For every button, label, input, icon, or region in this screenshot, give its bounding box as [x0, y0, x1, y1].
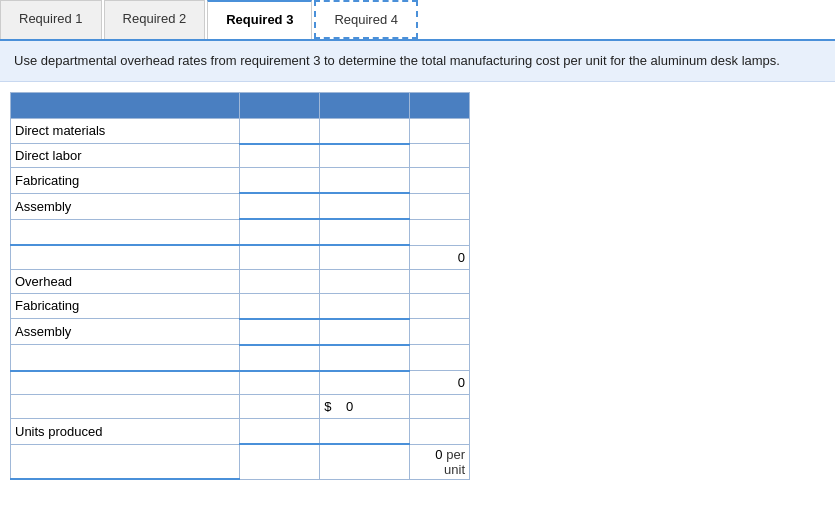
subtotal-1-mid [240, 245, 320, 269]
tab-required4[interactable]: Required 4 [314, 0, 418, 39]
row-label-assembly-oh: Assembly [11, 319, 240, 345]
cell-fab-oh-2[interactable] [320, 293, 410, 319]
cost-table: Direct materials Direct labor Fabricatin… [10, 92, 470, 481]
per-unit-label: per unit [444, 447, 465, 477]
cell-units-2[interactable] [320, 419, 410, 445]
row-label-fabricating-dl: Fabricating [11, 168, 240, 194]
input-asm-oh-2[interactable] [324, 322, 405, 342]
input-extra-1-val1[interactable] [244, 222, 315, 242]
input-extra-1-val2[interactable] [324, 222, 405, 242]
cell-oh-1 [240, 269, 320, 293]
table-row: Units produced [11, 419, 470, 445]
input-asm-oh-1[interactable] [244, 322, 315, 342]
input-units-2[interactable] [324, 421, 405, 441]
cell-fab-dl-total [410, 168, 470, 194]
input-dm-2[interactable] [324, 121, 405, 141]
per-unit-row: 0 per unit [11, 444, 470, 479]
tab-required3[interactable]: Required 3 [207, 0, 312, 39]
input-fab-oh-2[interactable] [324, 296, 405, 316]
input-units-1[interactable] [244, 421, 315, 441]
input-extra-2-label[interactable] [15, 347, 235, 367]
cell-dl-2 [320, 144, 410, 168]
per-unit-number: 0 [435, 447, 442, 462]
total-label [11, 395, 240, 419]
cell-oh-2 [320, 269, 410, 293]
table-row: Overhead [11, 269, 470, 293]
cell-asm-dl-total [410, 193, 470, 219]
subtotal-row-1: 0 [11, 245, 470, 269]
per-unit-mid2 [320, 444, 410, 479]
per-unit-mid [240, 444, 320, 479]
table-row: Assembly [11, 319, 470, 345]
col-header-1 [240, 92, 320, 118]
cell-extra-2-val1[interactable] [240, 345, 320, 371]
cell-asm-oh-2[interactable] [320, 319, 410, 345]
per-unit-label-cell[interactable] [11, 444, 240, 479]
cell-oh-total [410, 269, 470, 293]
input-per-unit-label[interactable] [15, 451, 235, 471]
total-dollar-cell: $ 0 [320, 395, 410, 419]
cell-asm-dl-2[interactable] [320, 193, 410, 219]
input-extra-2-val1[interactable] [244, 348, 315, 368]
subtotal-2-label [11, 371, 240, 395]
input-fab-dl-2[interactable] [324, 170, 405, 190]
input-asm-dl-1[interactable] [244, 196, 315, 216]
cell-fab-dl-1[interactable] [240, 168, 320, 194]
subtotal-2-mid [240, 371, 320, 395]
cell-fab-oh-total [410, 293, 470, 319]
cell-asm-oh-1[interactable] [240, 319, 320, 345]
cell-asm-dl-1[interactable] [240, 193, 320, 219]
input-fab-dl-1[interactable] [244, 170, 315, 190]
cell-units-1[interactable] [240, 419, 320, 445]
table-row: Direct materials [11, 118, 470, 144]
cell-extra-1-val2[interactable] [320, 219, 410, 245]
cell-dm-2[interactable] [320, 118, 410, 144]
tab-required2[interactable]: Required 2 [104, 0, 206, 39]
cell-fab-dl-2[interactable] [320, 168, 410, 194]
input-extra-2-val2[interactable] [324, 348, 405, 368]
main-content: Direct materials Direct labor Fabricatin… [0, 82, 835, 491]
cell-extra-2-val2[interactable] [320, 345, 410, 371]
subtotal-1-mid2 [320, 245, 410, 269]
table-row: Fabricating [11, 293, 470, 319]
cell-fab-oh-1[interactable] [240, 293, 320, 319]
instruction-text: Use departmental overhead rates from req… [0, 41, 835, 82]
tab-bar: Required 1 Required 2 Required 3 Require… [0, 0, 835, 41]
cell-dl-1 [240, 144, 320, 168]
total-mid [240, 395, 320, 419]
row-label-overhead: Overhead [11, 269, 240, 293]
input-dm-1[interactable] [244, 121, 315, 141]
cell-dl-total [410, 144, 470, 168]
cell-asm-oh-total [410, 319, 470, 345]
row-label-direct-labor: Direct labor [11, 144, 240, 168]
col-header-total [410, 92, 470, 118]
table-row [11, 345, 470, 371]
input-fab-oh-1[interactable] [244, 296, 315, 316]
table-row: Direct labor [11, 144, 470, 168]
cell-dm-1[interactable] [240, 118, 320, 144]
cell-dm-total [410, 118, 470, 144]
table-row: Fabricating [11, 168, 470, 194]
input-extra-1-label[interactable] [15, 222, 235, 242]
subtotal-2-value: 0 [410, 371, 470, 395]
subtotal-1-value: 0 [410, 245, 470, 269]
tab-required1[interactable]: Required 1 [0, 0, 102, 39]
table-row: Assembly [11, 193, 470, 219]
subtotal-2-mid2 [320, 371, 410, 395]
cell-extra-2-label[interactable] [11, 345, 240, 371]
table-row [11, 219, 470, 245]
input-asm-dl-2[interactable] [324, 196, 405, 216]
cell-extra-1-label[interactable] [11, 219, 240, 245]
row-label-assembly-dl: Assembly [11, 193, 240, 219]
row-label-direct-materials: Direct materials [11, 118, 240, 144]
subtotal-1-label [11, 245, 240, 269]
cell-extra-1-val1[interactable] [240, 219, 320, 245]
total-row: $ 0 [11, 395, 470, 419]
total-value [410, 395, 470, 419]
col-header-label [11, 92, 240, 118]
row-label-units-produced: Units produced [11, 419, 240, 445]
cell-units-total [410, 419, 470, 445]
col-header-2 [320, 92, 410, 118]
subtotal-row-2: 0 [11, 371, 470, 395]
cell-extra-2-total [410, 345, 470, 371]
